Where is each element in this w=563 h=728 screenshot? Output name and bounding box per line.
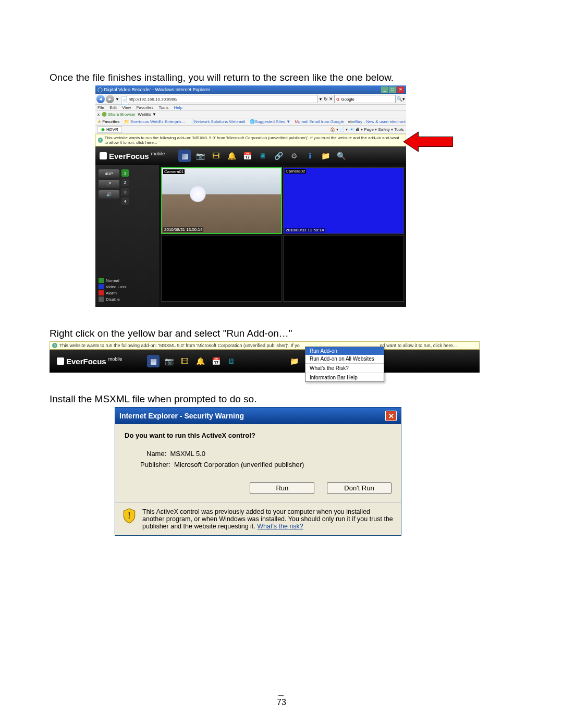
- channel-1-button[interactable]: 1: [121, 169, 129, 177]
- dvr-toolbar-icons[interactable]: ▦ 📷 🎞 🔔 📅 🖥 ⚙ ⚙ ⚙ 📁 🔍: [147, 355, 316, 367]
- svg-text:!: !: [128, 511, 130, 520]
- camera-icon[interactable]: 📷: [163, 355, 175, 367]
- dvr-toolbar-icons[interactable]: ▦ 📷 🎞 🔔 📅 🖥 🔗 ⚙ ℹ 📁 🔍: [178, 150, 347, 162]
- menu-file[interactable]: File: [97, 105, 104, 110]
- screenshot-2: ? This website wants to run the followin…: [50, 341, 480, 373]
- window-buttons[interactable]: _ □ ✕: [381, 87, 404, 93]
- ie-menu-bar[interactable]: File Edit View Favorites Tools Help: [95, 105, 406, 111]
- camera-icon[interactable]: 📷: [194, 150, 206, 162]
- camera-1-timestamp: 2010/08/31 13:50:14: [163, 227, 203, 232]
- forward-button[interactable]: ►: [106, 95, 114, 103]
- back-button[interactable]: ◄: [96, 95, 105, 103]
- ie-nav-bar: ◄ ► ▼ 📄 http://192.168.10.30:9980/ ▼ ↻ ✕…: [95, 94, 406, 105]
- camera-2-timestamp: 2010/08/31 13:50:14: [285, 228, 325, 232]
- search-go-icon[interactable]: 🔍▾: [397, 96, 405, 102]
- monitor-icon[interactable]: 🖥: [225, 355, 238, 367]
- menu-infobar-help[interactable]: Information Bar Help: [305, 374, 384, 381]
- camera-4-tile[interactable]: [283, 235, 404, 302]
- info-icon: ?: [98, 138, 103, 143]
- dialog-close-button[interactable]: ✕: [385, 411, 397, 421]
- share-browser-button[interactable]: 🟢 Share Browser: [102, 112, 136, 117]
- settings-icon[interactable]: ⚙: [288, 150, 300, 162]
- run-button[interactable]: Run: [250, 482, 314, 494]
- stop-icon[interactable]: ✕: [329, 96, 333, 102]
- dialog-footer-text: This ActiveX control was previously adde…: [142, 508, 394, 530]
- mic-button[interactable]: 🎤: [99, 180, 119, 188]
- menu-tools[interactable]: Tools: [159, 105, 169, 110]
- dont-run-button[interactable]: Don't Run: [327, 482, 391, 494]
- playback-icon[interactable]: 🎞: [210, 150, 222, 162]
- nav-dropdown[interactable]: ▼: [115, 97, 119, 102]
- fav-link-4[interactable]: eBay - New & used electroni...: [353, 119, 406, 124]
- bell-icon[interactable]: 🔔: [225, 150, 238, 162]
- fav-link-1[interactable]: Network Solutions Webmail: [194, 119, 246, 124]
- tab-row: ◉HDVR 🏠 ▾ 📄 ▾ 📧 🖶 ▾ Page ▾ Safety ▾ Tool…: [95, 126, 406, 134]
- menu-run-addon[interactable]: Run Add-on: [305, 347, 384, 355]
- schedule-icon[interactable]: 📅: [241, 150, 253, 162]
- layout-4up-button[interactable]: 4UP: [99, 169, 119, 178]
- share-toolbar: x 🟢 Share Browser WebEx ▼: [95, 111, 406, 118]
- share-close-button[interactable]: x: [97, 112, 100, 117]
- channel-3-button[interactable]: 3: [121, 188, 129, 195]
- archive-icon[interactable]: 📁: [288, 355, 300, 367]
- menu-help[interactable]: Help: [174, 105, 182, 110]
- fav-folder-icon: 📁: [124, 119, 129, 124]
- menu-view[interactable]: View: [122, 105, 131, 110]
- red-arrow-callout: [403, 131, 453, 152]
- publisher-label: Publisher:: [140, 461, 170, 468]
- information-bar-2[interactable]: ? This website wants to run the followin…: [50, 341, 480, 350]
- minimize-button[interactable]: _: [381, 87, 388, 93]
- audio-button[interactable]: 🔊: [99, 190, 119, 199]
- camera-2-tile[interactable]: Camera02 2010/08/31 13:50:14: [283, 167, 404, 234]
- logo-icon: [100, 152, 107, 159]
- info-icon: ?: [52, 343, 57, 348]
- info-bar-text: This website wants to run the following …: [105, 135, 403, 145]
- page-icon: 📄: [120, 96, 126, 102]
- command-bar[interactable]: 🏠 ▾ 📄 ▾ 📧 🖶 ▾ Page ▾ Safety ▾ Tools: [330, 127, 404, 132]
- fav-link-3[interactable]: gmail Email from Google: [298, 119, 344, 124]
- paragraph-3: Install the MSXML file when prompted to …: [50, 393, 513, 405]
- menu-whats-risk[interactable]: What's the Risk?: [305, 364, 384, 372]
- archive-icon[interactable]: 📁: [319, 150, 332, 162]
- legend-disable-swatch: [99, 297, 104, 302]
- playback-icon[interactable]: 🎞: [178, 355, 191, 367]
- tab-hdvr[interactable]: ◉HDVR: [97, 126, 122, 133]
- address-bar[interactable]: http://192.168.10.30:9980/: [127, 95, 317, 103]
- svg-marker-0: [403, 132, 453, 152]
- menu-run-addon-all[interactable]: Run Add-on on All Websites: [305, 355, 384, 363]
- bell-icon[interactable]: 🔔: [194, 355, 206, 367]
- favorites-star-icon[interactable]: ★: [97, 119, 101, 124]
- whats-the-risk-link[interactable]: What's the risk?: [257, 523, 303, 530]
- info-icon[interactable]: ℹ: [303, 150, 316, 162]
- schedule-icon[interactable]: 📅: [210, 355, 222, 367]
- legend-videoloss-swatch: [99, 284, 104, 289]
- maximize-button[interactable]: □: [389, 87, 396, 93]
- dvr-webclient: EverFocusmobile ▦ 📷 🎞 🔔 📅 🖥 🔗 ⚙ ℹ 📁 🔍: [95, 146, 406, 307]
- close-button[interactable]: ✕: [397, 87, 404, 93]
- addr-dropdown[interactable]: ▼: [319, 97, 323, 102]
- fav-link-2[interactable]: Suggested Sites ▼: [255, 119, 290, 124]
- screenshot-1: ◯ Digital Video Recorder - Windows Inter…: [95, 85, 406, 307]
- channel-4-button[interactable]: 4: [121, 198, 129, 205]
- favorites-bar: ★ Favorites 📁 Everfocus WebEx Enterpris.…: [95, 118, 406, 126]
- information-bar[interactable]: ? This website wants to run the followin…: [95, 134, 406, 146]
- everfocus-logo: EverFocusmobile: [57, 357, 122, 366]
- grid-icon[interactable]: ▦: [178, 150, 191, 162]
- webex-button[interactable]: WebEx ▼: [138, 112, 156, 117]
- info-bar-text-left: This website wants to run the following …: [59, 343, 300, 348]
- channel-2-button[interactable]: 2: [121, 179, 129, 186]
- menu-edit[interactable]: Edit: [109, 105, 117, 110]
- grid-icon[interactable]: ▦: [147, 355, 160, 367]
- logo-icon: [57, 357, 64, 365]
- menu-favorites[interactable]: Favorites: [137, 105, 154, 110]
- camera-3-tile[interactable]: [161, 235, 282, 302]
- fav-link-0[interactable]: Everfocus WebEx Enterpris...: [130, 119, 185, 124]
- dialog-titlebar: Internet Explorer - Security Warning ✕: [115, 408, 401, 424]
- camera-1-tile[interactable]: Camera01 2010/08/31 13:50:14: [161, 167, 282, 234]
- context-menu[interactable]: Run Add-on Run Add-on on All Websites Wh…: [305, 347, 384, 382]
- refresh-icon[interactable]: ↻: [324, 96, 328, 102]
- monitor-icon[interactable]: 🖥: [256, 150, 269, 162]
- search-box[interactable]: GGoogle: [334, 95, 396, 103]
- search-icon[interactable]: 🔍: [335, 150, 347, 162]
- network-icon[interactable]: 🔗: [272, 150, 285, 162]
